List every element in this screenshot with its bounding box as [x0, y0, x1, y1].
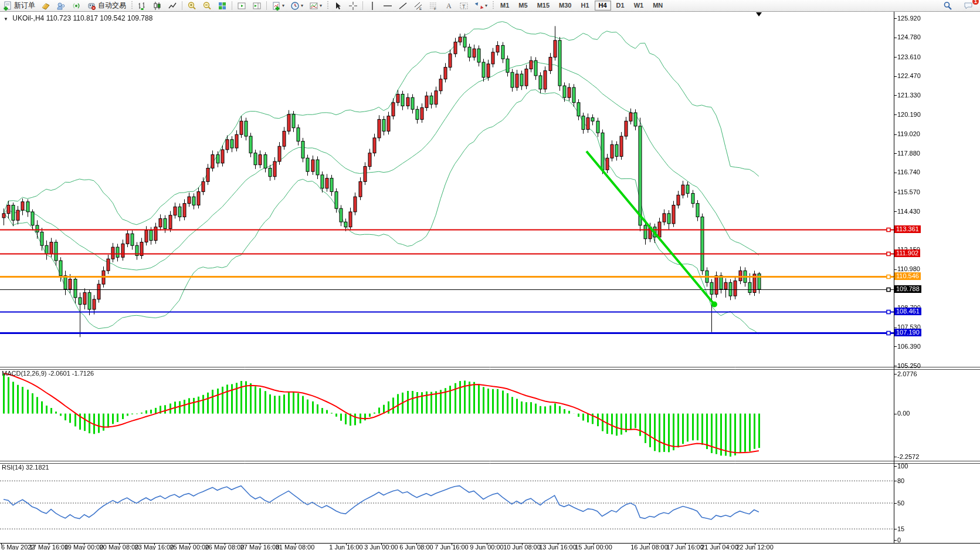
notification-count-badge: 1: [972, 0, 979, 5]
macd-values: -2.0601 -1.7126: [48, 370, 94, 377]
timeframe-M15[interactable]: M15: [533, 1, 554, 11]
price-chart-canvas[interactable]: [0, 0, 980, 550]
template-icon: [309, 1, 318, 11]
toolbar-grip: [326, 1, 329, 10]
indicator-scale-label: 50: [897, 500, 904, 507]
notifications-button[interactable]: 1: [961, 0, 976, 11]
indicator-scale-label: 15: [897, 525, 904, 532]
fibonacci-tool-button[interactable]: F: [426, 0, 440, 11]
candlestick-icon: [152, 1, 162, 11]
trendline-icon: [398, 1, 408, 11]
templates-button[interactable]: ▾: [307, 0, 324, 11]
bar-chart-icon: [137, 1, 147, 11]
price-tick-label: 117.880: [897, 150, 920, 157]
autotrade-robot-icon: [87, 1, 96, 11]
chart-shift-button[interactable]: [250, 0, 264, 11]
indicator-scale-label: 2.0776: [897, 370, 917, 377]
time-tick-label: 13 Jun 16:00: [539, 544, 577, 550]
new-order-button[interactable]: 新订单: [1, 0, 38, 11]
time-tick-label: 6 Jun 08:00: [399, 544, 433, 550]
price-line-badge: 108.461: [894, 308, 921, 315]
vertical-line-icon: [368, 1, 377, 11]
chart-ohlc-values: 110.723 110.817 109.542 109.788: [46, 14, 153, 22]
time-tick-label: 16 Jun 08:00: [630, 544, 668, 550]
dropdown-caret-icon: ▾: [282, 3, 284, 8]
price-line-badge: 107.190: [894, 329, 921, 336]
candle-chart-type-button[interactable]: [150, 0, 164, 11]
price-tick-label: 123.610: [897, 53, 921, 60]
arrow-shapes-icon: [474, 1, 484, 11]
trendline-tool-button[interactable]: [396, 0, 410, 11]
toolbar-separator: [232, 1, 232, 10]
svg-text:A: A: [446, 2, 452, 10]
cursor-tool-button[interactable]: [331, 0, 345, 11]
price-tick-label: 119.020: [897, 130, 920, 137]
svg-text:F: F: [434, 7, 436, 11]
price-tick-label: 122.470: [897, 72, 921, 79]
clock-icon: [290, 1, 300, 11]
timeframe-MN[interactable]: MN: [649, 1, 667, 11]
indicator-scale-label: 80: [897, 477, 904, 484]
timeframe-W1[interactable]: W1: [630, 1, 648, 11]
timeframe-D1[interactable]: D1: [612, 1, 629, 11]
toolbar-separator: [266, 1, 267, 10]
price-line-badge: 110.546: [894, 272, 921, 280]
dropdown-caret-icon: ▾: [485, 3, 487, 8]
time-tick-label: 7 Jun 16:00: [435, 544, 469, 550]
text-icon: A: [444, 1, 453, 11]
auto-scroll-button[interactable]: [235, 0, 249, 11]
chart-header[interactable]: ▼ UKOil-,H4 110.723 110.817 109.542 109.…: [4, 14, 152, 22]
autotrade-button[interactable]: 自动交易: [84, 0, 128, 11]
toolbar-grip: [491, 1, 494, 10]
hline-tool-button[interactable]: [381, 0, 395, 11]
chart-collapse-icon[interactable]: ▼: [4, 16, 8, 22]
crosshair-icon: [348, 1, 358, 11]
price-tick-label: 105.250: [897, 362, 921, 369]
horizontal-line-icon: [383, 1, 392, 11]
timeframe-M1[interactable]: M1: [496, 1, 513, 11]
chart-symbol-period: UKOil-,H4: [12, 14, 44, 22]
fibonacci-icon: F: [429, 1, 438, 11]
time-tick-label: 20 May 08:00: [100, 544, 139, 550]
line-chart-type-button[interactable]: [165, 0, 179, 11]
channel-tool-button[interactable]: E: [411, 0, 425, 11]
arrows-tool-button[interactable]: ▾: [472, 0, 490, 11]
crosshair-tool-button[interactable]: [346, 0, 360, 11]
price-line-badge: 109.788: [894, 285, 921, 293]
timeframe-M30[interactable]: M30: [555, 1, 575, 11]
time-tick-label: 9 Jun 00:00: [470, 544, 504, 550]
line-chart-icon: [168, 1, 177, 11]
chart-shift-icon: [252, 1, 262, 11]
ledger-button[interactable]: [39, 0, 53, 11]
indicators-button[interactable]: ▾: [269, 0, 287, 11]
timeframe-H4[interactable]: H4: [595, 1, 611, 11]
text-tool-button[interactable]: A: [442, 0, 456, 11]
price-line-badge: 111.902: [894, 249, 920, 257]
timeframe-H1[interactable]: H1: [577, 1, 593, 11]
price-tick-label: 115.570: [897, 188, 920, 195]
main-toolbar: 新订单 自动交易: [0, 0, 980, 12]
zoom-out-button[interactable]: [200, 0, 214, 11]
cursor-arrow-icon: [333, 1, 343, 11]
macd-indicator-label: MACD(12,26,9) -2.0601 -1.7126: [2, 370, 94, 377]
indicator-scale-label: 0: [897, 536, 901, 544]
toolbar-right-group: 1: [940, 0, 976, 11]
text-label-tool-button[interactable]: T: [457, 0, 471, 11]
rsi-indicator-label: RSI(14) 32.1821: [2, 464, 49, 471]
signal-button[interactable]: [69, 0, 83, 11]
market-watch-button[interactable]: [54, 0, 68, 11]
market-watch-icon: [56, 1, 66, 11]
vline-tool-button[interactable]: [365, 0, 379, 11]
periods-button[interactable]: ▾: [288, 0, 306, 11]
time-tick-label: 1 Jun 16:00: [329, 544, 363, 550]
toolbar-separator: [182, 1, 182, 10]
search-button[interactable]: [941, 0, 955, 11]
new-order-label: 新订单: [14, 1, 35, 11]
zoom-in-button[interactable]: [185, 0, 199, 11]
bar-chart-type-button[interactable]: [135, 0, 149, 11]
tile-windows-button[interactable]: [215, 0, 229, 11]
signal-icon: [72, 1, 81, 11]
time-tick-label: 21 Jun 04:00: [701, 544, 738, 550]
zoom-out-icon: [202, 1, 212, 11]
timeframe-M5[interactable]: M5: [514, 1, 531, 11]
